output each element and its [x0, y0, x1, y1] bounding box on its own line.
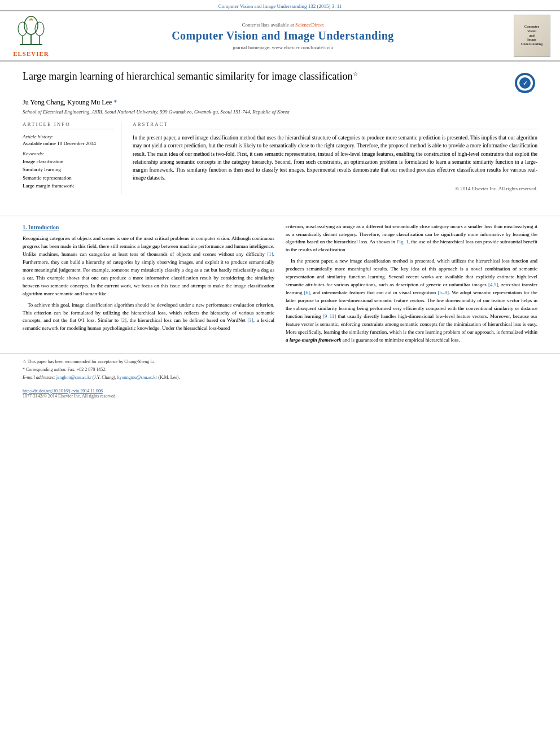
ref-1[interactable]: [1]: [267, 251, 273, 257]
footnote-2: * Corresponding author. Fax: +82 2 878 1…: [23, 366, 537, 373]
article-info-label: ARTICLE INFO: [23, 121, 114, 129]
ref-2[interactable]: [2]: [121, 317, 127, 323]
footnote-3: E-mail addresses: janghon@snu.ac.kr (J.Y…: [23, 374, 537, 381]
article-content-area: Large margin learning of hierarchical se…: [0, 62, 560, 209]
elsevier-logo: ELSEVIER: [11, 15, 51, 57]
abstract-text: In the present paper, a novel image clas…: [133, 134, 537, 182]
keyword-item: Semantic representation: [23, 174, 114, 182]
doi-link[interactable]: http://dx.doi.org/10.1016/j.cviu.2014.11…: [23, 388, 103, 394]
ref-9-11[interactable]: [9–11]: [323, 313, 336, 319]
section-divider: [0, 216, 560, 216]
footnote-1: ☆ This paper has been recommended for ac…: [23, 359, 537, 365]
keyword-item: Large-margin framework: [23, 182, 114, 190]
issn-line: 1077-3142/© 2014 Elsevier Inc. All right…: [23, 394, 537, 399]
body-left-col: 1. Introduction Recognizing categories o…: [23, 223, 274, 348]
title-footnote-marker: ☆: [353, 71, 358, 77]
elsevier-tree-icon: [11, 15, 51, 49]
journal-citation: Computer Vision and Image Understanding …: [218, 3, 342, 9]
keywords-list: Image classification Similarity learning…: [23, 158, 114, 190]
intro-para-4: In the present paper, a new image classi…: [286, 257, 537, 344]
cover-text: ComputerVisionandImageUnderstanding: [521, 25, 542, 47]
elsevier-label: ELSEVIER: [13, 50, 49, 57]
fig-1-link[interactable]: Fig. 1: [396, 239, 408, 244]
crossmark-icon: ✓ CrossMark: [514, 72, 536, 94]
journal-cover-image: ComputerVisionandImageUnderstanding: [514, 15, 550, 57]
journal-homepage: journal homepage: www.elsevier.com/locat…: [56, 45, 509, 50]
ref-4-5[interactable]: [4,5]: [488, 282, 498, 287]
elsevier-logo-area: ELSEVIER: [6, 15, 56, 57]
ref-6[interactable]: [6]: [304, 290, 310, 295]
intro-para-2: To achieve this goal, image classificati…: [23, 302, 274, 333]
intro-para-1: Recognizing categories of objects and sc…: [23, 235, 274, 298]
copyright-line: © 2014 Elsevier Inc. All rights reserved…: [133, 186, 537, 191]
keyword-item: Image classification: [23, 158, 114, 165]
keyword-item: Similarity learning: [23, 165, 114, 173]
crossmark-area[interactable]: ✓ CrossMark: [512, 72, 537, 94]
ref-5-8[interactable]: [5–8]: [438, 290, 449, 295]
article-history-title: Article history:: [23, 134, 114, 139]
authors-line: Ju Yong Chang, Kyoung Mu Lee *: [23, 98, 537, 107]
journal-cover-area: ComputerVisionandImageUnderstanding: [509, 15, 554, 57]
science-direct-link[interactable]: ScienceDirect: [295, 22, 323, 28]
article-info-col: ARTICLE INFO Article history: Available …: [23, 121, 121, 195]
corresponding-star: *: [113, 98, 117, 106]
keywords-group: Keywords: Image classification Similarit…: [23, 151, 114, 190]
article-history-group: Article history: Available online 10 Dec…: [23, 134, 114, 146]
bottom-info: http://dx.doi.org/10.1016/j.cviu.2014.11…: [0, 385, 560, 401]
footnote-area: ☆ This paper has been recommended for ac…: [0, 353, 560, 385]
abstract-label: ABSTRACT: [133, 121, 537, 129]
keywords-title: Keywords:: [23, 151, 114, 156]
journal-citation-bar: Computer Vision and Image Understanding …: [0, 0, 560, 10]
journal-center-header: Contents lists available at ScienceDirec…: [56, 22, 509, 50]
svg-text:CrossMark: CrossMark: [518, 89, 532, 93]
svg-text:✓: ✓: [523, 80, 527, 86]
journal-header: ELSEVIER Contents lists available at Sci…: [0, 10, 560, 62]
science-direct-line: Contents lists available at ScienceDirec…: [56, 22, 509, 28]
ref-3[interactable]: [3]: [247, 317, 253, 323]
intro-heading: 1. Introduction: [23, 223, 274, 232]
article-title-section: Large margin learning of hierarchical se…: [23, 70, 537, 94]
email-lee[interactable]: kyoungmu@snu.ac.kr: [117, 375, 157, 380]
authors-names: Ju Yong Chang, Kyoung Mu Lee: [23, 98, 113, 106]
journal-title: Computer Vision and Image Understanding: [56, 29, 509, 42]
italic-bold-text: a large-margin framework: [286, 337, 342, 343]
email-chang[interactable]: janghon@snu.ac.kr: [56, 375, 91, 380]
intro-para-3: criterion, misclassifying an image as a …: [286, 223, 537, 255]
body-text-area: 1. Introduction Recognizing categories o…: [0, 223, 560, 348]
body-right-col: criterion, misclassifying an image as a …: [286, 223, 537, 348]
article-history-value: Available online 10 December 2014: [23, 141, 114, 146]
abstract-col: ABSTRACT In the present paper, a novel i…: [133, 121, 537, 195]
affiliation: School of Electrical Engineering, ASRI, …: [23, 109, 537, 115]
info-abstract-section: ARTICLE INFO Article history: Available …: [23, 121, 537, 195]
article-title: Large margin learning of hierarchical se…: [23, 70, 506, 83]
